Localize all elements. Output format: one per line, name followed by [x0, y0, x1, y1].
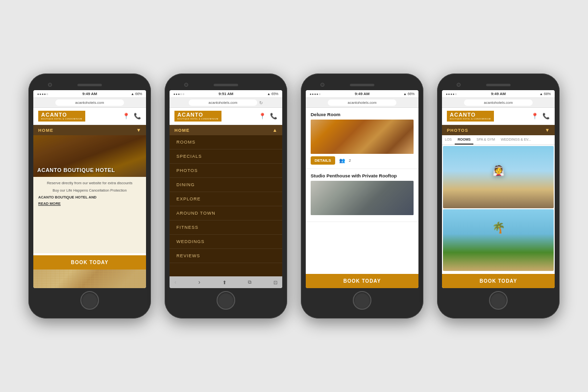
signal-dots-3: ●●●●○	[310, 93, 321, 96]
status-right-2: ▲ 65%	[267, 92, 278, 96]
logo-sub-1: BOUTIQUE HOTEL & CONDOMINIUM	[41, 118, 82, 120]
menu-item-around-town[interactable]: AROUND TOWN	[170, 206, 282, 220]
tab-rooms[interactable]: ROOMS	[455, 135, 473, 145]
signal-dots-1: ●●●●○	[37, 93, 49, 96]
phone-icon-1[interactable]: 📞	[134, 113, 141, 120]
home-button-3[interactable]	[353, 291, 371, 310]
home-button-2[interactable]	[217, 291, 235, 310]
read-more-1[interactable]: READ MORE	[38, 201, 141, 206]
signal-dots-4: ●●●●○	[446, 93, 457, 96]
photo-row-2	[443, 209, 554, 271]
photo-cell-wedding[interactable]	[443, 146, 554, 208]
screen-2: ●●●○○ 9:51 AM ▲ 65% ↻ ACANTO BOUTIQUE HO…	[170, 90, 282, 288]
status-right-3: ▲ 66%	[403, 92, 415, 96]
wifi-4: ▲	[539, 92, 543, 96]
phone-bottom-4	[442, 288, 555, 313]
status-left-2: ●●●○○	[173, 93, 185, 96]
address-bar-4[interactable]	[442, 98, 555, 108]
logo-text-4: ACANTO	[450, 112, 476, 118]
status-time-3: 9:49 AM	[355, 92, 369, 96]
photo-cell-palms[interactable]	[443, 209, 554, 271]
pin-icon-1[interactable]: 📍	[122, 113, 130, 120]
screen-3: ●●●●○ 9:49 AM ▲ 66% Deluxe Room	[306, 90, 418, 288]
address-bar-1[interactable]	[33, 98, 146, 108]
wifi-2: ▲	[267, 92, 270, 96]
browser-nav-bar-2: ‹ › ⬆ ⧉ ⊡	[170, 276, 282, 288]
phone-bottom-2	[170, 288, 282, 313]
phone-icon-4[interactable]: 📞	[542, 113, 550, 120]
header-icons-4: 📍 📞	[531, 113, 550, 120]
home-content-1: Reserve directly from our website for ex…	[33, 177, 146, 253]
room-card-1: Deluxe Room DETAILS 👥 2	[306, 108, 418, 169]
header-icons-2: 📍 📞	[259, 113, 277, 120]
nav-arrow-4: ▼	[545, 127, 550, 133]
pin-icon-2[interactable]: 📍	[259, 113, 266, 120]
nav-label-1: HOME	[38, 128, 53, 133]
status-right-4: ▲ 68%	[539, 92, 551, 96]
logo-text-2: ACANTO	[177, 112, 203, 118]
tab-los[interactable]: LOS	[442, 135, 455, 145]
hotel-header-1: ACANTO BOUTIQUE HOTEL & CONDOMINIUM 📍 📞	[33, 108, 146, 125]
home-line-2: Buy our Life Happens Cancellation Protec…	[38, 188, 141, 194]
wifi-1: ▲	[131, 92, 134, 96]
photos-tabs-4: LOS ROOMS SPA & GYM WEDDINGS & EV...	[442, 135, 555, 145]
phone-top-1	[33, 79, 146, 90]
room-image-1	[311, 120, 414, 154]
share-btn-2[interactable]: ⬆	[222, 280, 226, 285]
home-button-4[interactable]	[489, 291, 508, 310]
menu-item-photos[interactable]: PHOTOS	[170, 164, 282, 178]
logo-4: ACANTO BOUTIQUE HOTEL & CONDOMINIUM	[447, 111, 494, 122]
guests-count-1: 2	[349, 158, 351, 163]
battery-pct-4: 68%	[544, 92, 551, 96]
phone-2: ●●●○○ 9:51 AM ▲ 65% ↻ ACANTO BOUTIQUE HO…	[165, 74, 287, 318]
front-camera-4	[457, 83, 461, 87]
status-left-4: ●●●●○	[446, 93, 457, 96]
address-bar-2[interactable]: ↻	[170, 98, 282, 108]
tab-spa[interactable]: SPA & GYM	[473, 135, 498, 145]
hotel-header-4: ACANTO BOUTIQUE HOTEL & CONDOMINIUM 📍 📞	[442, 108, 555, 125]
url-input-1[interactable]	[55, 99, 124, 106]
details-btn-1[interactable]: DETAILS	[311, 156, 335, 165]
url-input-2[interactable]	[189, 99, 257, 106]
address-bar-3[interactable]	[306, 98, 418, 108]
nav-arrow-1: ▼	[136, 127, 141, 133]
menu-item-specials[interactable]: SPECIALS	[170, 149, 282, 164]
map-strip-1[interactable]	[33, 270, 146, 288]
front-camera-3	[320, 83, 324, 87]
room-card-2: Studio Penthouse with Private Rooftop	[306, 169, 418, 222]
menu-item-fitness[interactable]: FITNESS	[170, 220, 282, 235]
tabs-btn-2[interactable]: ⊡	[273, 280, 277, 285]
menu-item-explore[interactable]: EXPLORE	[170, 192, 282, 206]
room-title-2: Studio Penthouse with Private Rooftop	[311, 173, 414, 178]
forward-btn-2[interactable]: ›	[198, 279, 200, 286]
hotel-header-2: ACANTO BOUTIQUE HOTEL & CONDOMINIUM 📍 📞	[170, 108, 282, 125]
logo-text-1: ACANTO	[41, 112, 67, 118]
speaker-4	[486, 84, 511, 86]
menu-item-rooms[interactable]: ROOMS	[170, 135, 282, 149]
bookmarks-btn-2[interactable]: ⧉	[248, 279, 251, 285]
guests-icon-1: 👥	[339, 158, 345, 163]
pin-icon-4[interactable]: 📍	[531, 113, 539, 120]
phone-3: ●●●●○ 9:49 AM ▲ 66% Deluxe Room	[301, 74, 423, 318]
home-button-1[interactable]	[80, 291, 99, 310]
nav-bar-1[interactable]: HOME ▼	[33, 125, 146, 135]
menu-item-reviews[interactable]: REVIEWS	[170, 249, 282, 263]
photos-grid-4	[442, 145, 555, 272]
room-title-1: Deluxe Room	[311, 112, 414, 117]
url-input-3[interactable]	[328, 99, 396, 106]
refresh-icon-2[interactable]: ↻	[259, 100, 263, 105]
nav-bar-4[interactable]: PHOTOS ▼	[442, 125, 555, 135]
screen-4: ●●●●○ 9:49 AM ▲ 68% ACANTO BOUTIQUE HOTE…	[442, 90, 555, 288]
tab-weddings[interactable]: WEDDINGS & EV...	[498, 135, 534, 145]
front-camera-2	[184, 83, 188, 87]
logo-sub-4: BOUTIQUE HOTEL & CONDOMINIUM	[450, 118, 491, 120]
url-input-4[interactable]	[464, 99, 533, 106]
book-today-btn-1[interactable]: BOOK TODAY	[33, 255, 146, 270]
book-today-btn-4[interactable]: BOOK TODAY	[442, 274, 555, 288]
nav-bar-2[interactable]: HOME ▲	[170, 125, 282, 135]
back-btn-2[interactable]: ‹	[174, 279, 176, 286]
phone-icon-2[interactable]: 📞	[270, 113, 277, 120]
menu-item-dining[interactable]: DINING	[170, 178, 282, 192]
menu-item-weddings[interactable]: WEDDINGS	[170, 235, 282, 249]
book-today-btn-3[interactable]: BOOK TODAY	[306, 274, 418, 288]
